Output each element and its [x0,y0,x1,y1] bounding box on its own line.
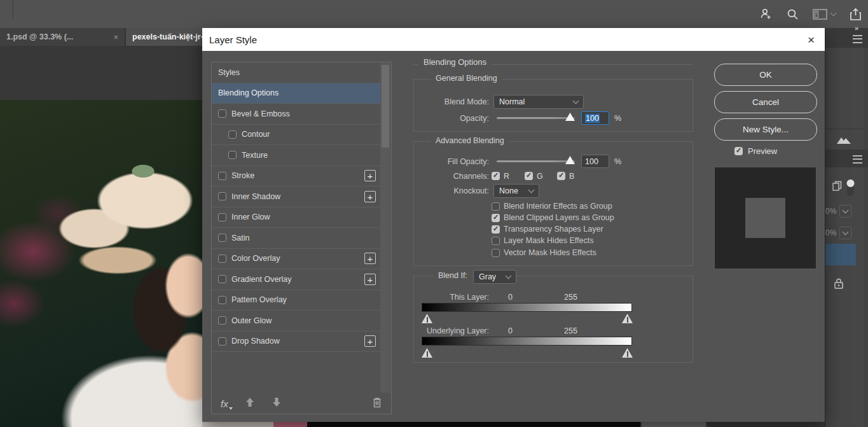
adjustments-mountain-icon[interactable] [837,135,851,146]
underlying-layer-max: 255 [564,326,577,335]
fx-menu-button[interactable]: fx [221,398,228,409]
checkbox[interactable] [228,130,237,139]
layer-opacity-field[interactable]: 0% [825,205,851,218]
ok-button[interactable]: OK [714,64,817,86]
channel-r-checkbox[interactable] [492,172,500,180]
panel-menu-icon[interactable] [853,155,862,164]
this-layer-label: This Layer: [420,293,489,302]
search-icon[interactable] [787,8,799,20]
close-icon[interactable]: × [808,34,815,46]
scrollbar-thumb[interactable] [382,65,389,148]
panels-icon[interactable] [813,9,836,20]
selected-layer-row[interactable] [825,244,856,265]
checkbox[interactable] [218,275,226,283]
preview-checkbox[interactable] [734,147,743,155]
checkbox[interactable] [492,214,500,222]
app-topbar [0,0,868,28]
fill-opacity-input[interactable]: 100 [581,155,609,168]
share-icon[interactable] [850,8,862,21]
add-instance-icon[interactable]: + [364,335,376,347]
preview-swatch [745,198,785,238]
vector-mask-hides-option[interactable]: Vector Mask Hides Effects [492,248,596,257]
chevron-down-icon[interactable] [839,205,851,218]
panel-menu-icon[interactable] [853,35,862,43]
opacity-slider[interactable] [497,117,575,119]
style-item-outer-glow[interactable]: Outer Glow [212,311,381,332]
style-item-inner-shadow[interactable]: Inner Shadow+ [212,186,381,207]
tab-1psd[interactable]: 1.psd @ 33.3% (... × [0,28,125,46]
checkbox[interactable] [218,172,226,180]
this-layer-black-slider[interactable] [422,314,432,323]
lock-icon[interactable] [834,277,844,293]
checkbox[interactable] [218,192,226,200]
opacity-input[interactable]: 100 [581,111,609,125]
style-item-color-overlay[interactable]: Color Overlay+ [212,249,381,270]
move-down-icon[interactable] [272,397,282,410]
delete-effect-icon[interactable] [372,396,382,410]
channel-r-label: R [504,172,509,181]
dialog-titlebar[interactable]: Layer Style × [202,28,825,51]
add-instance-icon[interactable]: + [364,253,376,264]
preview-toggle[interactable]: Preview [734,146,777,156]
underlying-layer-white-slider[interactable] [622,348,633,358]
tabbar-overflow-icon[interactable]: » [855,24,859,32]
toggle-icon[interactable] [846,178,855,200]
blend-interior-option[interactable]: Blend Interior Effects as Group [492,202,612,211]
layer-fill-field[interactable]: 0% [825,227,851,239]
style-item-gradient-overlay[interactable]: Gradient Overlay+ [212,269,381,290]
checkbox[interactable] [492,249,500,257]
canvas-sliver [307,422,640,427]
checkbox[interactable] [228,151,237,159]
checkbox[interactable] [492,225,500,234]
checkbox[interactable] [218,296,226,304]
this-layer-gradient-bar [422,303,632,312]
checkbox[interactable] [218,234,226,242]
channel-g-checkbox[interactable] [525,172,533,180]
knockout-label: Knockout: [420,186,489,195]
checkbox[interactable] [492,237,500,245]
move-up-icon[interactable] [245,397,255,410]
channel-b-checkbox[interactable] [557,172,565,180]
blend-clipped-option[interactable]: Blend Clipped Layers as Group [492,213,614,222]
transparency-shapes-option[interactable]: Transparency Shapes Layer [492,225,603,234]
blend-mode-dropdown[interactable]: Normal [493,95,584,109]
chevron-down-icon[interactable] [839,227,851,239]
style-item-bevel-emboss[interactable]: Bevel & Emboss [212,104,381,125]
new-style-button[interactable]: New Style... [714,118,817,141]
cancel-button[interactable]: Cancel [714,91,817,113]
fill-opacity-slider[interactable] [497,160,575,162]
blend-if-dropdown[interactable]: Gray [473,270,516,284]
style-item-texture[interactable]: Texture [212,145,381,166]
checkbox[interactable] [218,255,226,263]
blend-if-group: Blend If: Gray This Layer: 0 255 Underly… [413,276,693,363]
style-item-stroke[interactable]: Stroke+ [212,166,381,187]
this-layer-white-slider[interactable] [622,314,633,323]
style-item-contour[interactable]: Contour [212,125,381,146]
checkbox[interactable] [218,213,226,221]
close-icon[interactable]: × [108,32,118,42]
underlying-layer-min: 0 [508,326,513,335]
scrollbar[interactable] [380,63,390,393]
checkbox[interactable] [218,337,226,346]
blend-mode-label: Blend Mode: [420,97,489,106]
content-heading: Blending Options [418,57,492,67]
style-item-drop-shadow[interactable]: Drop Shadow+ [212,332,381,353]
add-user-icon[interactable] [759,8,773,20]
add-instance-icon[interactable]: + [364,274,376,285]
style-item-blending-options[interactable]: Blending Options [212,83,381,104]
underlying-layer-black-slider[interactable] [422,348,432,358]
style-preview-thumbnail [714,167,816,269]
layer-mask-hides-option[interactable]: Layer Mask Hides Effects [492,236,594,245]
checkbox[interactable] [218,109,226,118]
knockout-dropdown[interactable]: None [493,184,539,198]
blend-mode-page-icon[interactable] [832,181,842,194]
add-instance-icon[interactable]: + [364,170,376,181]
checkbox[interactable] [218,316,226,325]
style-item-pattern-overlay[interactable]: Pattern Overlay [212,290,381,311]
style-item-styles[interactable]: Styles [212,62,381,83]
style-item-satin[interactable]: Satin [212,228,381,249]
style-item-inner-glow[interactable]: Inner Glow [212,207,381,228]
status-bar-sliver [640,422,707,427]
checkbox[interactable] [492,202,500,211]
add-instance-icon[interactable]: + [364,191,376,202]
